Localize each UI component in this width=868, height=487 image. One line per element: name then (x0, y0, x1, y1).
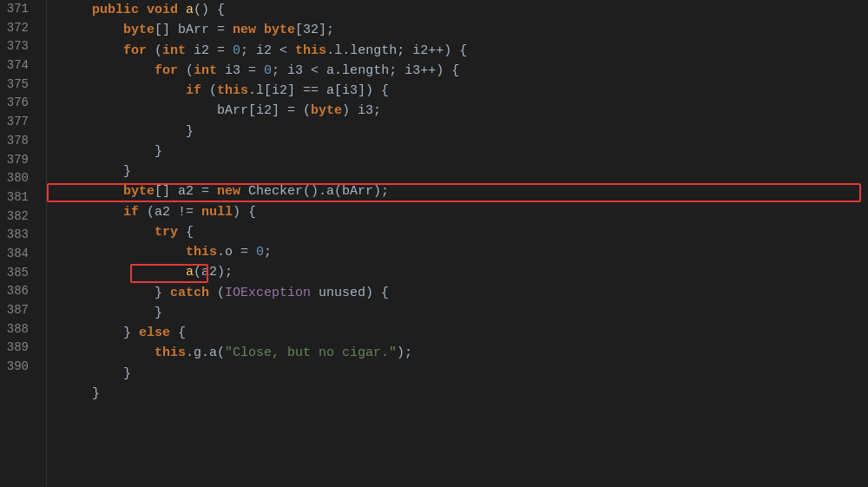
code-line: } (61, 364, 868, 384)
token-plain (61, 63, 155, 78)
token-kw: new (233, 23, 264, 37)
code-container: 3713723733743753763773783793803813823833… (0, 0, 868, 487)
line-number: 379 (0, 151, 36, 170)
token-kw: byte (264, 23, 295, 37)
token-kw: int (194, 63, 225, 78)
token-plain: ().a(bArr); (303, 184, 389, 199)
code-line: } (61, 122, 868, 141)
token-plain: ( (209, 83, 217, 98)
token-kw: public (92, 3, 147, 17)
token-plain (61, 205, 123, 220)
token-plain (61, 346, 155, 360)
token-plain: i3 = (225, 63, 264, 78)
token-num: 0 (264, 63, 272, 78)
token-plain: } (61, 124, 194, 139)
token-plain: [32]; (295, 23, 334, 37)
line-number: 381 (0, 188, 36, 207)
line-number: 390 (0, 358, 36, 377)
code-line: } (61, 161, 868, 181)
token-str: "Close, but no cigar." (225, 346, 397, 360)
token-num: 0 (233, 43, 240, 58)
token-plain (61, 184, 123, 199)
token-kw: for (123, 43, 155, 58)
code-line: byte[] a2 = new Checker().a(bArr); (61, 181, 868, 201)
token-kw: try (155, 225, 186, 240)
token-kw: void (147, 3, 186, 17)
line-number: 380 (0, 169, 36, 188)
token-fn: a (186, 3, 194, 17)
code-line: for (int i3 = 0; i3 < a.length; i3++) { (61, 61, 868, 81)
code-line: } else { (61, 323, 868, 343)
token-plain: .l.length; i2++) { (326, 43, 467, 58)
line-number: 385 (0, 264, 36, 283)
token-plain: ); (397, 346, 412, 360)
token-plain (61, 225, 155, 240)
token-kw: byte (123, 184, 155, 199)
line-number: 389 (0, 339, 36, 358)
token-kw: byte (123, 23, 155, 37)
line-number: 388 (0, 320, 36, 339)
token-plain (61, 103, 217, 118)
line-number: 373 (0, 37, 36, 56)
token-plain (61, 326, 123, 340)
token-cls: Checker (248, 184, 303, 199)
code-line: this.g.a("Close, but no cigar."); (61, 343, 868, 363)
token-plain: ; (264, 245, 272, 260)
token-plain: { (186, 225, 194, 240)
code-line: try { (61, 222, 868, 242)
token-plain: bArr[i2] = ( (217, 103, 311, 118)
token-plain: ; i2 < (240, 43, 295, 58)
line-number: 387 (0, 301, 36, 320)
code-line: } (61, 303, 868, 323)
token-plain: i2 = (194, 43, 233, 58)
line-number: 376 (0, 94, 36, 113)
token-plain: ( (217, 286, 225, 300)
line-number: 377 (0, 113, 36, 132)
token-plain: { (178, 326, 186, 340)
token-kw: this (295, 43, 326, 58)
code-line: this.o = 0; (61, 242, 868, 262)
line-numbers: 3713723733743753763773783793803813823833… (0, 0, 47, 487)
token-plain: (a2 != (147, 205, 201, 220)
token-plain: } (61, 164, 131, 179)
token-plain: ( (155, 43, 162, 58)
token-plain: } (61, 386, 100, 401)
token-plain: ) i3; (342, 103, 381, 118)
token-plain: } (61, 306, 162, 320)
token-plain: ; i3 < a.length; i3++) { (272, 63, 459, 78)
code-line: for (int i2 = 0; i2 < this.l.length; i2+… (61, 41, 868, 61)
token-kw: int (162, 43, 194, 58)
token-plain: ( (186, 63, 194, 78)
token-plain: (a2); (194, 265, 233, 280)
token-plain: .o = (217, 245, 256, 260)
token-plain: .g.a( (186, 346, 225, 360)
token-plain (61, 43, 123, 58)
line-number: 384 (0, 245, 36, 264)
token-kw: null (201, 205, 233, 220)
line-number: 386 (0, 282, 36, 301)
code-line: if (a2 != null) { (61, 202, 868, 222)
token-plain (61, 23, 123, 37)
token-plain: .l[i2] == a[i3]) { (248, 83, 389, 98)
code-line: byte[] bArr = new byte[32]; (61, 20, 868, 40)
token-kw: for (155, 63, 186, 78)
token-plain: } (123, 326, 139, 340)
token-plain: } (61, 144, 162, 159)
line-number: 375 (0, 76, 36, 95)
token-plain: [] bArr = (155, 23, 233, 37)
token-plain: ) { (233, 205, 256, 220)
code-line: a(a2); (61, 262, 868, 282)
code-line: if (this.l[i2] == a[i3]) { (61, 81, 868, 101)
code-line: } (61, 384, 868, 404)
token-kw: if (123, 205, 147, 220)
token-num: 0 (256, 245, 264, 260)
token-plain: [] a2 = (155, 184, 217, 199)
token-plain (61, 83, 186, 98)
token-plain (61, 265, 186, 280)
code-line: bArr[i2] = (byte) i3; (61, 101, 868, 121)
token-plain (61, 3, 92, 17)
code-line: } catch (IOException unused) { (61, 283, 868, 303)
token-kw: if (186, 83, 209, 98)
token-fn: a (186, 265, 194, 280)
token-kw: new (217, 184, 248, 199)
